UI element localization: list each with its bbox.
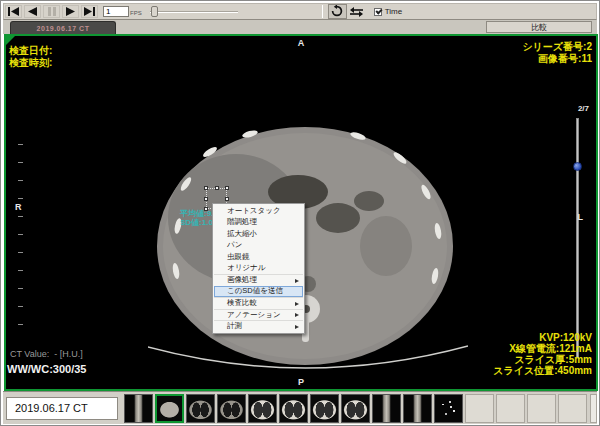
thumbnail-scrollbar[interactable]: [590, 394, 597, 423]
menu-item-pan[interactable]: パン: [214, 240, 303, 252]
thumbnail-empty: [527, 394, 556, 423]
menu-item-label: アノテーション: [227, 310, 281, 320]
swap-arrows-icon: [350, 3, 363, 21]
time-checkbox[interactable]: [374, 8, 382, 16]
measurement-ruler: [18, 144, 24, 324]
frame-slider-thumb[interactable]: [151, 6, 158, 17]
orientation-marker-posterior: P: [298, 377, 304, 387]
skip-start-icon: [8, 7, 19, 16]
thumbnail-bar: 2019.06.17 CT: [3, 391, 597, 424]
frame-slider-track: [150, 11, 238, 13]
menu-item-label: パン: [227, 240, 242, 250]
menu-item-label: 階調処理: [227, 217, 257, 227]
dicom-viewer-window: FPS Time 2019.06.17 CT 比較: [0, 0, 600, 426]
tab-row: 2019.06.17 CT 比較: [3, 20, 597, 34]
toolbar-separator: [322, 5, 323, 18]
ct-value-label: CT Value: - [H.U.]: [10, 349, 83, 359]
thumbnail-sparse[interactable]: [434, 394, 463, 423]
frame-slider[interactable]: [150, 6, 238, 17]
submenu-arrow-icon: [295, 279, 299, 283]
play-button[interactable]: [62, 5, 79, 18]
menu-item-autostack[interactable]: オートスタック: [214, 205, 303, 217]
menu-item-zoom[interactable]: 拡大縮小: [214, 228, 303, 240]
slice-thickness-label: スライス厚:5mm: [514, 354, 592, 365]
orientation-marker-anterior: A: [298, 38, 305, 48]
menu-item-label: 虫眼鏡: [227, 252, 250, 262]
menu-item-label: オートスタック: [227, 206, 281, 216]
fps-input[interactable]: [103, 6, 129, 17]
image-number-label: 画像番号:11: [538, 52, 592, 66]
menu-item-send-sd-value[interactable]: このSD値を送信: [214, 286, 303, 298]
slice-slider-thumb[interactable]: [573, 162, 582, 171]
menu-item-label: 拡大縮小: [227, 229, 257, 239]
menu-item-study-compare[interactable]: 検査比較: [214, 297, 303, 309]
slice-slider-track: [576, 118, 579, 358]
fps-label: FPS: [130, 10, 142, 16]
compare-button[interactable]: 比較: [486, 21, 592, 33]
menu-item-measurement[interactable]: 計測: [214, 320, 303, 332]
thumbnail-empty: [558, 394, 587, 423]
image-viewport[interactable]: 検査日付: 検査時刻: シリーズ番号:2 画像番号:11 A P R L 2/7…: [4, 34, 598, 391]
thumbnail-strip: [124, 393, 597, 423]
pause-button[interactable]: [43, 5, 60, 18]
menu-item-label: 計測: [227, 321, 242, 331]
exam-time-label: 検査時刻:: [9, 56, 52, 70]
playback-toolbar: FPS Time: [3, 3, 597, 20]
submenu-arrow-icon: [295, 325, 299, 329]
thumbnail-scout[interactable]: [372, 394, 401, 423]
thumbnail-chest[interactable]: [186, 394, 215, 423]
thumbnail-abdomen-selected[interactable]: [155, 394, 184, 423]
ct-axial-image: [148, 106, 468, 391]
kvp-label: KVP:120kV: [539, 332, 592, 343]
menu-item-gradation[interactable]: 階調処理: [214, 217, 303, 229]
skip-start-button[interactable]: [5, 5, 22, 18]
orientation-marker-right: R: [15, 202, 22, 212]
swap-button[interactable]: [347, 4, 366, 19]
study-tab[interactable]: 2019.06.17 CT: [10, 21, 116, 34]
menu-item-label: このSD値を送信: [227, 286, 283, 296]
slice-location-label: スライス位置:450mm: [493, 365, 592, 376]
menu-item-magnifier[interactable]: 虫眼鏡: [214, 251, 303, 263]
menu-item-label: 画像処理: [227, 275, 257, 285]
thumbnail-lung[interactable]: [341, 394, 370, 423]
slice-position-indicator: 2/7: [578, 104, 589, 113]
tube-current-label: X線管電流:121mA: [509, 343, 592, 354]
step-back-button[interactable]: [24, 5, 41, 18]
skip-end-icon: [84, 7, 95, 16]
submenu-arrow-icon: [295, 313, 299, 317]
thumbnail-scout[interactable]: [403, 394, 432, 423]
menu-item-annotation[interactable]: アノテーション: [214, 309, 303, 321]
thumbnail-empty: [465, 394, 494, 423]
context-menu: オートスタック 階調処理 拡大縮小 パン 虫眼鏡 オリジナル 画像処理 このSD…: [212, 203, 305, 334]
orientation-marker-left: L: [578, 212, 584, 222]
thumbnail-lung[interactable]: [248, 394, 277, 423]
menu-item-image-processing[interactable]: 画像処理: [214, 274, 303, 286]
menu-item-label: オリジナル: [227, 263, 265, 273]
study-date-label: 2019.06.17 CT: [6, 397, 118, 420]
window-width-center-label: WW/WC:300/35: [7, 363, 86, 375]
thumbnail-lung[interactable]: [310, 394, 339, 423]
slice-slider[interactable]: [575, 118, 580, 358]
play-icon: [66, 7, 75, 16]
thumbnail-empty: [496, 394, 525, 423]
loop-toggle-button[interactable]: [328, 4, 347, 19]
menu-item-original[interactable]: オリジナル: [214, 263, 303, 275]
pause-icon: [48, 7, 56, 16]
thumbnail-lung[interactable]: [279, 394, 308, 423]
thumbnail-chest[interactable]: [217, 394, 246, 423]
loop-icon: [331, 3, 343, 21]
menu-item-label: 検査比較: [227, 298, 257, 308]
step-back-icon: [28, 7, 37, 16]
submenu-arrow-icon: [295, 302, 299, 306]
thumbnail-scout[interactable]: [124, 394, 153, 423]
time-checkbox-label: Time: [385, 7, 402, 16]
skip-end-button[interactable]: [81, 5, 98, 18]
